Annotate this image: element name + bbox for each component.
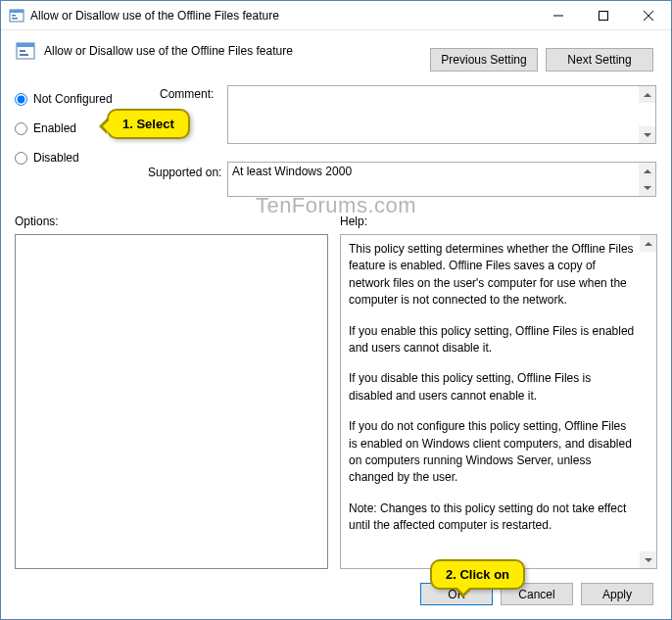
nav-buttons: Previous Setting Next Setting [430,48,653,72]
help-paragraph: If you enable this policy setting, Offli… [349,323,637,358]
scroll-down-icon[interactable] [640,551,656,568]
annotation-callout-2: 2. Click on [430,559,525,590]
apply-button[interactable]: Apply [581,583,653,605]
window-title: Allow or Disallow use of the Offline Fil… [30,9,536,23]
help-panel: This policy setting determines whether t… [340,234,657,569]
previous-setting-button[interactable]: Previous Setting [430,48,538,72]
radio-enabled[interactable] [15,122,27,135]
scroll-down-icon[interactable] [639,179,655,196]
next-setting-button[interactable]: Next Setting [546,48,653,72]
svg-rect-9 [17,43,34,47]
supported-on-box: At least Windows 2000 [227,162,656,197]
supported-on-text: At least Windows 2000 [232,165,352,178]
help-label: Help: [340,215,367,228]
annotation-callout-1: 1. Select [107,109,190,139]
help-paragraph: This policy setting determines whether t… [349,241,637,310]
close-button[interactable] [626,1,671,30]
app-icon [9,8,24,24]
supported-on-label: Supported on: [148,166,221,179]
svg-rect-3 [12,18,18,20]
svg-rect-5 [600,11,608,20]
help-paragraph: If you disable this policy setting, Offl… [349,370,637,405]
comment-textarea[interactable] [227,85,656,144]
titlebar: Allow or Disallow use of the Offline Fil… [1,1,671,30]
scroll-up-icon[interactable] [640,235,656,252]
help-paragraph: If you do not configure this policy sett… [349,418,637,487]
minimize-button[interactable] [536,1,581,30]
options-panel [15,234,328,569]
scroll-up-icon[interactable] [639,86,655,103]
svg-rect-1 [10,10,24,13]
svg-rect-2 [12,15,16,17]
radio-disabled-label[interactable]: Disabled [33,151,79,165]
scroll-down-icon[interactable] [639,126,655,143]
options-label: Options: [15,215,59,228]
radio-not-configured[interactable] [15,93,27,106]
svg-rect-10 [20,50,25,52]
scroll-up-icon[interactable] [639,163,655,179]
comment-label: Comment: [160,87,214,101]
maximize-button[interactable] [581,1,626,30]
policy-icon [15,40,36,62]
svg-rect-11 [20,54,28,56]
radio-disabled[interactable] [15,152,27,165]
help-paragraph: Note: Changes to this policy setting do … [349,501,637,535]
radio-not-configured-label[interactable]: Not Configured [33,92,113,106]
radio-enabled-label[interactable]: Enabled [33,121,76,135]
